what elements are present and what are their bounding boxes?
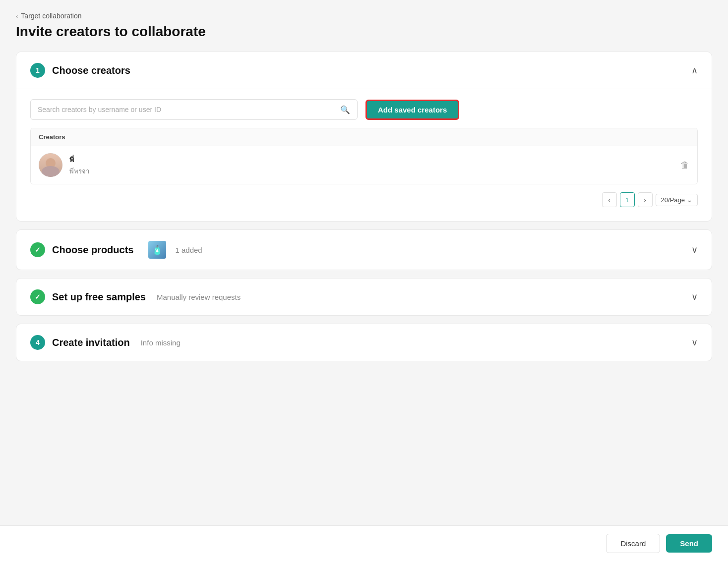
section-title-products: Choose products bbox=[52, 244, 133, 256]
section-create-invitation: 4 Create invitation Info missing ∨ bbox=[16, 324, 712, 361]
search-input[interactable] bbox=[38, 106, 340, 113]
per-page-label: 20/Page bbox=[661, 196, 685, 204]
section-choose-creators-header[interactable]: 1 Choose creators ∧ bbox=[16, 52, 712, 89]
section-choose-creators: 1 Choose creators ∧ 🔍 Add saved creators… bbox=[16, 52, 712, 222]
section-title-choose-creators: Choose creators bbox=[52, 65, 130, 76]
discard-button[interactable]: Discard bbox=[606, 534, 660, 553]
section-header-info-products: 🧴 1 added bbox=[140, 241, 202, 259]
section-header-left-invitation: 4 Create invitation Info missing bbox=[30, 335, 181, 350]
products-subtitle: 1 added bbox=[175, 246, 202, 254]
creator-info: พี่ พี่พรจา bbox=[69, 154, 680, 176]
send-button[interactable]: Send bbox=[666, 534, 712, 553]
add-saved-creators-button[interactable]: Add saved creators bbox=[365, 100, 459, 120]
section-title-invitation: Create invitation bbox=[52, 337, 130, 348]
delete-creator-icon[interactable]: 🗑 bbox=[680, 160, 689, 170]
per-page-chevron-icon: ⌄ bbox=[687, 196, 692, 204]
search-box: 🔍 bbox=[30, 99, 358, 120]
section-header-left-samples: ✓ Set up free samples Manually review re… bbox=[30, 289, 241, 304]
section-header-left-products: ✓ Choose products 🧴 1 added bbox=[30, 241, 202, 259]
chevron-up-icon: ∧ bbox=[691, 65, 698, 76]
step-badge-samples: ✓ bbox=[30, 289, 45, 304]
prev-page-button[interactable]: ‹ bbox=[602, 192, 617, 207]
avatar bbox=[39, 153, 62, 177]
section-title-samples: Set up free samples bbox=[52, 291, 146, 303]
step-badge-1: 1 bbox=[30, 63, 45, 78]
invitation-subtitle: Info missing bbox=[141, 338, 181, 347]
breadcrumb: ‹ Target collaboration bbox=[16, 12, 712, 20]
step-badge-products: ✓ bbox=[30, 242, 45, 257]
choose-creators-content: 🔍 Add saved creators Creators พี่ พี่พรจ… bbox=[16, 89, 712, 221]
search-row: 🔍 Add saved creators bbox=[30, 99, 698, 120]
next-page-button[interactable]: › bbox=[638, 192, 653, 207]
pagination-row: ‹ 1 › 20/Page ⌄ bbox=[30, 192, 698, 207]
table-row: พี่ พี่พรจา 🗑 bbox=[31, 146, 697, 184]
step-badge-invitation: 4 bbox=[30, 335, 45, 350]
section-create-invitation-header[interactable]: 4 Create invitation Info missing ∨ bbox=[16, 324, 712, 361]
creators-table-header: Creators bbox=[31, 128, 697, 146]
page-title: Invite creators to collaborate bbox=[16, 24, 712, 40]
product-thumbnail: 🧴 bbox=[148, 241, 166, 259]
samples-subtitle: Manually review requests bbox=[157, 293, 241, 301]
creator-display-name: พี่พรจา bbox=[69, 166, 680, 176]
section-free-samples-header[interactable]: ✓ Set up free samples Manually review re… bbox=[16, 279, 712, 315]
search-icon: 🔍 bbox=[340, 105, 350, 114]
chevron-down-icon-samples: ∨ bbox=[691, 291, 698, 302]
section-header-left: 1 Choose creators bbox=[30, 63, 130, 78]
creators-table: Creators พี่ พี่พรจา 🗑 bbox=[30, 128, 698, 184]
breadcrumb-chevron-icon: ‹ bbox=[16, 12, 18, 20]
current-page-button[interactable]: 1 bbox=[620, 192, 635, 207]
bottom-bar: Discard Send bbox=[0, 525, 728, 561]
per-page-select[interactable]: 20/Page ⌄ bbox=[656, 194, 698, 206]
section-choose-products: ✓ Choose products 🧴 1 added ∨ bbox=[16, 229, 712, 270]
chevron-down-icon-products: ∨ bbox=[691, 244, 698, 255]
creator-username: พี่ bbox=[69, 154, 680, 165]
avatar-face bbox=[39, 153, 62, 177]
section-free-samples: ✓ Set up free samples Manually review re… bbox=[16, 278, 712, 316]
section-choose-products-header[interactable]: ✓ Choose products 🧴 1 added ∨ bbox=[16, 230, 712, 270]
chevron-down-icon-invitation: ∨ bbox=[691, 337, 698, 348]
breadcrumb-parent-link[interactable]: Target collaboration bbox=[21, 12, 81, 20]
